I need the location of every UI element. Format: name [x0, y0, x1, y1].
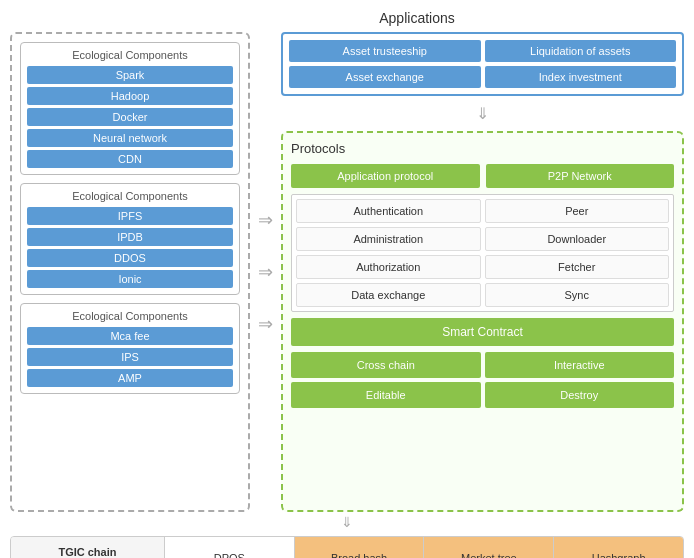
broad-hash-item: Broad hash: [295, 537, 425, 558]
app-btn-exchange: Asset exchange: [289, 66, 481, 88]
merket-tree-item: Merket tree: [424, 537, 554, 558]
diagram: Applications Ecological Components Spark…: [0, 0, 694, 558]
eco-item-ionic: Ionic: [27, 270, 233, 288]
arrow-2: ⇒: [258, 261, 273, 283]
left-column: Ecological Components Spark Hadoop Docke…: [10, 32, 250, 512]
eco-item-mca: Mca fee: [27, 327, 233, 345]
eco-title-1: Ecological Components: [27, 49, 233, 61]
app-btn-trusteeship: Asset trusteeship: [289, 40, 481, 62]
arrow-3: ⇒: [258, 313, 273, 335]
apps-box: Asset trusteeship Liquidation of assets …: [281, 32, 684, 96]
smart-contract: Smart Contract: [291, 318, 674, 346]
protocols-box: Protocols Application protocol P2P Netwo…: [281, 131, 684, 512]
eco-item-ddos: DDOS: [27, 249, 233, 267]
bottom-bar: TGIC chainTech Structure DPOS Broad hash…: [10, 536, 684, 558]
proto-authorization: Authorization: [296, 255, 481, 279]
eco-item-ipdb: IPDB: [27, 228, 233, 246]
protocols-title: Protocols: [291, 141, 674, 156]
right-column: Asset trusteeship Liquidation of assets …: [281, 32, 684, 512]
app-btn-index: Index investment: [485, 66, 677, 88]
tgic-text: TGIC chainTech Structure: [49, 546, 126, 558]
arrows-column: ⇒ ⇒ ⇒: [258, 32, 273, 512]
eco-group-3: Ecological Components Mca fee IPS AMP: [20, 303, 240, 394]
app-btn-liquidation: Liquidation of assets: [485, 40, 677, 62]
eco-title-3: Ecological Components: [27, 310, 233, 322]
eco-item-cdn: CDN: [27, 150, 233, 168]
protocol-top-row: Application protocol P2P Network: [291, 164, 674, 188]
proto-data-exchange: Data exchange: [296, 283, 481, 307]
eco-title-2: Ecological Components: [27, 190, 233, 202]
eco-item-ips: IPS: [27, 348, 233, 366]
proto-peer: Peer: [485, 199, 670, 223]
eco-group-1: Ecological Components Spark Hadoop Docke…: [20, 42, 240, 175]
app-protocol-btn: Application protocol: [291, 164, 480, 188]
cross-chain-btn: Cross chain: [291, 352, 481, 378]
dpos-label: DPOS: [214, 552, 245, 558]
broad-hash-label: Broad hash: [331, 552, 387, 558]
merket-tree-label: Merket tree: [461, 552, 517, 558]
proto-administration: Administration: [296, 227, 481, 251]
down-arrow-1: ⇓: [281, 104, 684, 123]
proto-fetcher: Fetcher: [485, 255, 670, 279]
applications-title: Applications: [150, 10, 684, 26]
eco-item-hadoop: Hadoop: [27, 87, 233, 105]
proto-authentication: Authentication: [296, 199, 481, 223]
protocol-grid: Authentication Peer Administration Downl…: [291, 194, 674, 312]
interactive-btn: Interactive: [485, 352, 675, 378]
eco-item-amp: AMP: [27, 369, 233, 387]
down-arrow-2: ⇓: [10, 514, 684, 530]
arrow-1: ⇒: [258, 209, 273, 231]
bottom-grid: Cross chain Interactive Editable Destroy: [291, 352, 674, 408]
destroy-btn: Destroy: [485, 382, 675, 408]
eco-item-docker: Docker: [27, 108, 233, 126]
eco-item-neural: Neural network: [27, 129, 233, 147]
eco-group-2: Ecological Components IPFS IPDB DDOS Ion…: [20, 183, 240, 295]
hashgraph-label: Hashgraph: [592, 552, 646, 558]
eco-item-ipfs: IPFS: [27, 207, 233, 225]
p2p-network-btn: P2P Network: [486, 164, 675, 188]
eco-item-spark: Spark: [27, 66, 233, 84]
hashgraph-item: Hashgraph: [554, 537, 683, 558]
dpos-item: DPOS: [165, 537, 295, 558]
proto-sync: Sync: [485, 283, 670, 307]
editable-btn: Editable: [291, 382, 481, 408]
proto-downloader: Downloader: [485, 227, 670, 251]
tgic-chain-label: TGIC chainTech Structure: [11, 537, 165, 558]
